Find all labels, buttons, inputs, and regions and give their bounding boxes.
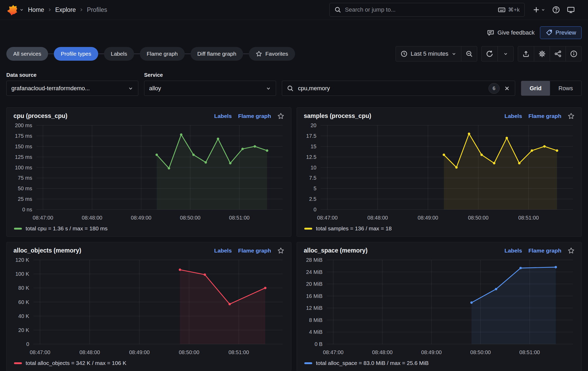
chart-svg: 0 B4 MiB8 MiB12 MiB16 MiB20 MiB24 MiB28 … xyxy=(302,257,577,358)
export-button[interactable] xyxy=(518,46,534,61)
search-shortcut-label: ⌘+k xyxy=(508,7,520,13)
favorite-star-button[interactable] xyxy=(277,113,284,120)
share-button[interactable] xyxy=(550,46,566,61)
panel-title: alloc_objects (memory) xyxy=(13,247,81,254)
tab-labels[interactable]: Labels xyxy=(104,47,134,61)
legend-color-dash xyxy=(304,362,312,364)
cpu-chart[interactable]: 0 ns25 ms50 ms75 ms100 ms125 ms150 ms175… xyxy=(11,122,286,223)
panel-links: Labels Flame graph xyxy=(214,113,284,120)
panel-header: alloc_objects (memory) Labels Flame grap… xyxy=(11,246,286,257)
svg-text:50 ms: 50 ms xyxy=(18,186,32,191)
give-feedback-button[interactable]: Give feedback xyxy=(487,29,535,36)
legend-label[interactable]: total alloc_objects = 342 K / max = 106 … xyxy=(26,360,126,366)
panels-grid: cpu (process_cpu) Labels Flame graph 0 n… xyxy=(6,107,582,371)
chart-svg: 0 ns25 ms50 ms75 ms100 ms125 ms150 ms175… xyxy=(11,122,286,223)
data-source-filter: Data source grafanacloud-terraformdemo..… xyxy=(6,72,138,96)
time-range-label: Last 5 minutes xyxy=(411,50,448,57)
time-range-picker[interactable]: Last 5 minutes xyxy=(396,46,461,61)
profile-search-box[interactable]: 6 xyxy=(282,81,515,96)
global-search-input[interactable]: ⌘+k xyxy=(329,3,525,17)
chevron-down-icon xyxy=(541,8,545,12)
grafana-logo-button[interactable] xyxy=(6,4,24,16)
svg-text:08:48:00: 08:48:00 xyxy=(367,215,388,221)
favorite-star-button[interactable] xyxy=(568,247,575,254)
clock-icon xyxy=(401,50,407,57)
svg-text:16 MiB: 16 MiB xyxy=(306,293,323,299)
info-button[interactable] xyxy=(566,46,581,61)
labels-link[interactable]: Labels xyxy=(505,248,522,254)
data-source-value: grafanacloud-terraformdemo... xyxy=(11,85,90,92)
legend-color-dash xyxy=(14,362,22,364)
service-filter: Service alloy xyxy=(144,72,276,96)
svg-text:20 K: 20 K xyxy=(18,327,29,333)
flame-graph-link[interactable]: Flame graph xyxy=(528,248,561,254)
legend-label[interactable]: total cpu = 1.36 s / max = 180 ms xyxy=(26,225,108,232)
service-select[interactable]: alloy xyxy=(144,81,276,96)
legend-color-dash xyxy=(304,228,312,230)
info-circle-icon xyxy=(570,50,577,58)
tab-all-services[interactable]: All services xyxy=(6,47,48,61)
svg-text:150 ms: 150 ms xyxy=(15,144,32,149)
legend-label[interactable]: total samples = 136 / max = 18 xyxy=(316,225,392,232)
tab-diff-flame-graph[interactable]: Diff flame graph xyxy=(191,47,243,61)
svg-text:08:49:00: 08:49:00 xyxy=(421,349,442,355)
legend-label[interactable]: total alloc_space = 83.0 MiB / max = 25.… xyxy=(316,360,429,366)
refresh-interval-dropdown[interactable] xyxy=(497,46,513,61)
svg-text:08:50:00: 08:50:00 xyxy=(180,215,201,221)
time-picker-group: Last 5 minutes xyxy=(396,46,477,61)
svg-text:100 K: 100 K xyxy=(15,271,29,277)
layout-grid-button[interactable]: Grid xyxy=(521,81,550,96)
svg-text:08:50:00: 08:50:00 xyxy=(179,349,199,355)
give-feedback-label: Give feedback xyxy=(497,29,535,36)
favorite-star-button[interactable] xyxy=(568,113,575,120)
svg-text:5: 5 xyxy=(314,186,316,191)
panel-links: Labels Flame graph xyxy=(505,247,575,254)
svg-text:200 ms: 200 ms xyxy=(15,122,32,128)
nav-right xyxy=(533,6,582,14)
alloc-objects-chart[interactable]: 020 K40 K60 K80 K100 K120 K08:47:0008:48… xyxy=(11,257,286,358)
favorite-star-button[interactable] xyxy=(277,247,284,254)
tab-flame-graph[interactable]: Flame graph xyxy=(140,47,185,61)
svg-text:40 K: 40 K xyxy=(18,313,29,319)
chevron-down-icon xyxy=(20,8,24,12)
svg-text:08:47:00: 08:47:00 xyxy=(323,349,344,355)
svg-text:15: 15 xyxy=(311,144,316,149)
tab-favorites[interactable]: Favorites xyxy=(249,47,295,61)
labels-link[interactable]: Labels xyxy=(214,248,232,254)
samples-chart[interactable]: 02.557.51012.51517.52008:47:0008:48:0008… xyxy=(302,122,577,223)
new-menu-button[interactable] xyxy=(533,6,545,13)
profile-search-input[interactable] xyxy=(298,85,484,92)
breadcrumb-profiles: Profiles xyxy=(87,6,107,13)
gear-icon xyxy=(538,50,546,58)
labels-link[interactable]: Labels xyxy=(505,113,522,119)
svg-text:0: 0 xyxy=(26,341,29,347)
flame-graph-link[interactable]: Flame graph xyxy=(238,113,271,119)
clear-search-button[interactable] xyxy=(504,85,510,92)
tab-favorites-label: Favorites xyxy=(265,51,288,57)
svg-text:75 ms: 75 ms xyxy=(18,175,32,181)
svg-text:20 MiB: 20 MiB xyxy=(306,281,323,287)
flame-graph-link[interactable]: Flame graph xyxy=(528,113,561,119)
chart-svg: 02.557.51012.51517.52008:47:0008:48:0008… xyxy=(302,122,577,223)
preview-badge[interactable]: Preview xyxy=(540,26,582,39)
settings-button[interactable] xyxy=(534,46,550,61)
svg-text:08:49:00: 08:49:00 xyxy=(131,215,151,221)
svg-text:08:48:00: 08:48:00 xyxy=(79,349,100,355)
chevron-right-icon xyxy=(79,7,84,12)
panel-alloc-space: alloc_space (memory) Labels Flame graph … xyxy=(297,242,582,371)
display-settings-button[interactable] xyxy=(567,6,575,14)
help-button[interactable] xyxy=(552,6,560,14)
svg-text:08:48:00: 08:48:00 xyxy=(372,349,393,355)
breadcrumb-explore[interactable]: Explore xyxy=(55,6,76,13)
legend-color-dash xyxy=(14,228,22,230)
breadcrumb-home[interactable]: Home xyxy=(28,6,44,13)
tab-profile-types[interactable]: Profile types xyxy=(54,47,98,61)
data-source-select[interactable]: grafanacloud-terraformdemo... xyxy=(6,81,138,96)
layout-rows-button[interactable]: Rows xyxy=(550,81,581,96)
zoom-out-button[interactable] xyxy=(461,46,477,61)
labels-link[interactable]: Labels xyxy=(214,113,232,119)
flame-graph-link[interactable]: Flame graph xyxy=(238,248,271,254)
alloc-space-chart[interactable]: 0 B4 MiB8 MiB12 MiB16 MiB20 MiB24 MiB28 … xyxy=(302,257,577,358)
global-search-field[interactable] xyxy=(345,6,494,13)
refresh-button[interactable] xyxy=(482,46,497,61)
